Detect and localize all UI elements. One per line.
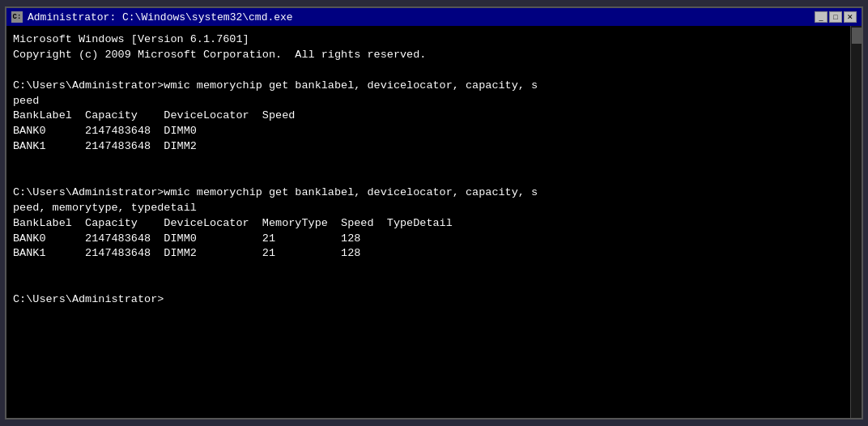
terminal-line-9 bbox=[13, 170, 845, 185]
terminal-line-0: Microsoft Windows [Version 6.1.7601] bbox=[13, 32, 845, 48]
terminal-line-2 bbox=[13, 63, 845, 79]
title-bar-left: C: Administrator: C:\Windows\system32\cm… bbox=[11, 11, 293, 23]
terminal-line-11: peed, memorytype, typedetail bbox=[13, 201, 845, 216]
terminal-content[interactable]: Microsoft Windows [Version 6.1.7601] Cop… bbox=[6, 26, 862, 418]
terminal-line-13: BANK0 2147483648 DIMM0 21 128 bbox=[13, 232, 845, 247]
scrollbar[interactable] bbox=[850, 26, 862, 418]
window-title: Administrator: C:\Windows\system32\cmd.e… bbox=[28, 11, 293, 23]
terminal-line-12: BankLabel Capacity DeviceLocator MemoryT… bbox=[13, 216, 845, 232]
terminal-line-8 bbox=[13, 155, 845, 170]
terminal-line-7: BANK1 2147483648 DIMM2 bbox=[13, 139, 845, 155]
cmd-window: C: Administrator: C:\Windows\system32\cm… bbox=[5, 6, 863, 420]
terminal-line-15 bbox=[13, 262, 845, 277]
restore-button[interactable]: □ bbox=[829, 11, 842, 23]
title-bar-controls: _ □ ✕ bbox=[815, 11, 857, 23]
terminal-line-6: BANK0 2147483648 DIMM0 bbox=[13, 124, 845, 139]
monitor: C: Administrator: C:\Windows\system32\cm… bbox=[0, 0, 868, 426]
terminal-line-16 bbox=[13, 277, 845, 292]
terminal-line-14: BANK1 2147483648 DIMM2 21 128 bbox=[13, 246, 845, 262]
terminal-line-17: C:\Users\Administrator> bbox=[13, 292, 845, 308]
terminal-line-1: Copyright (c) 2009 Microsoft Corporation… bbox=[13, 48, 845, 63]
terminal-line-3: C:\Users\Administrator>wmic memorychip g… bbox=[13, 79, 845, 94]
cmd-icon: C: bbox=[11, 11, 23, 23]
close-button[interactable]: ✕ bbox=[844, 11, 857, 23]
terminal-line-4: peed bbox=[13, 94, 845, 109]
terminal-line-10: C:\Users\Administrator>wmic memorychip g… bbox=[13, 185, 845, 201]
minimize-button[interactable]: _ bbox=[815, 11, 828, 23]
title-bar: C: Administrator: C:\Windows\system32\cm… bbox=[6, 8, 862, 26]
scrollbar-thumb[interactable] bbox=[852, 28, 862, 44]
terminal-line-5: BankLabel Capacity DeviceLocator Speed bbox=[13, 109, 845, 124]
